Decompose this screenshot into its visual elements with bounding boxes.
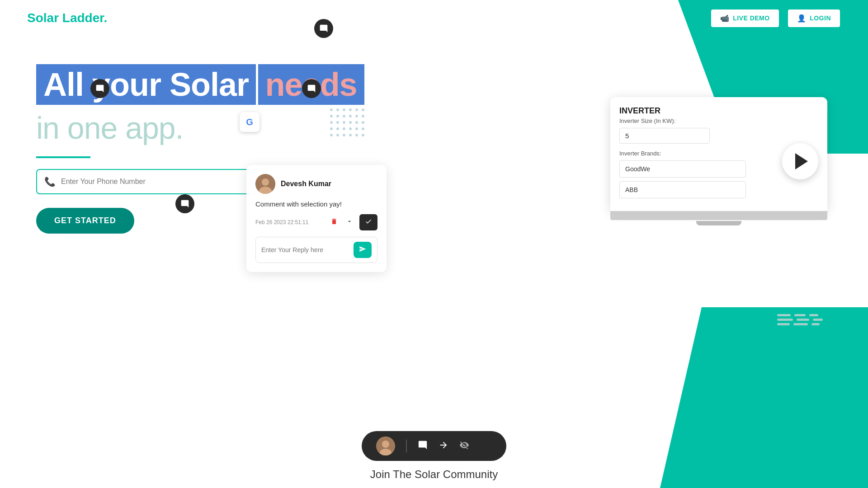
svg-point-1 [262,178,269,186]
phone-icon: 📞 [44,176,56,187]
laptop-base [610,211,827,220]
comment-icon-mid2[interactable] [302,79,321,98]
get-started-button[interactable]: GET STARTED [36,208,134,234]
laptop-stand [696,221,741,225]
laptop-container: INVERTER Inverter Size (In KW): 5 Invert… [610,97,827,225]
hero-title-line1: All your Solar [36,64,256,105]
inverter-title: INVERTER [619,106,818,116]
get-started-label: GET STARTED [54,216,116,225]
logo-text: Solar [27,11,62,25]
hero-divider [36,156,90,158]
toolbar-eye-off-icon[interactable] [459,440,469,452]
comment-timestamp: Feb 26 2023 22:51:11 [255,219,324,225]
user-icon: 👤 [797,14,807,23]
comment-icon-mid1[interactable] [90,79,109,98]
header-actions: 📹 LIVE DEMO 👤 LOGIN [710,9,841,28]
phone-input-wrapper: 📞 [36,169,253,194]
comment-card: Devesh Kumar Comment with selection yay!… [246,165,387,272]
login-button[interactable]: 👤 LOGIN [787,9,841,28]
toolbar-forward-icon[interactable] [439,440,448,452]
live-demo-button[interactable]: 📹 LIVE DEMO [710,9,780,28]
teal-bg-bottom [660,307,868,488]
join-community-text: Join The Solar Community [370,468,498,481]
reply-input[interactable] [261,246,350,253]
google-translate-icon[interactable]: G [240,112,259,132]
comment-text: Comment with selection yay! [255,200,377,208]
comment-icon-phone[interactable] [175,194,194,213]
toolbar-chat-icon[interactable] [418,440,428,452]
login-label: LOGIN [810,14,831,22]
commenter-name: Devesh Kumar [281,180,331,188]
phone-input[interactable] [61,178,245,186]
delete-button[interactable] [329,216,340,229]
comment-header: Devesh Kumar [255,174,377,194]
comment-footer: Feb 26 2023 22:51:11 [255,214,377,230]
expand-button[interactable] [344,216,355,229]
wave-lines-decoration [777,314,823,325]
svg-point-4 [382,441,389,448]
reply-section [255,237,377,263]
bottom-toolbar [362,431,506,461]
send-reply-button[interactable] [354,242,372,258]
comment-icon-top[interactable] [314,19,333,38]
inverter-size-label: Inverter Size (In KW): [619,117,818,124]
logo-accent: Ladder. [62,11,108,25]
check-button[interactable] [359,214,377,230]
header: Solar Ladder. 📹 LIVE DEMO 👤 LOGIN [0,0,868,36]
live-demo-label: LIVE DEMO [733,14,770,22]
avatar [255,174,275,194]
play-button[interactable] [782,143,818,179]
inverter-brand-goodwe: GoodWe [619,160,746,178]
toolbar-avatar [376,436,395,455]
toolbar-divider [406,440,407,452]
logo: Solar Ladder. [27,11,107,25]
play-triangle-icon [795,153,808,169]
inverter-size-value: 5 [619,128,710,144]
inverter-brand-abb: ABB [619,181,746,198]
video-icon: 📹 [720,14,730,23]
hero-title-line3: in one app. [36,110,364,145]
